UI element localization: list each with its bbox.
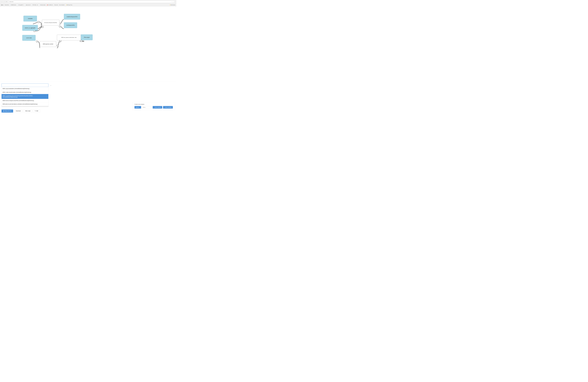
- setup-and-run-button[interactable]: ▶ Setup and run: [1, 109, 13, 113]
- bookmark-label: 📄: [25, 5, 26, 5]
- node-comm-total[interactable]: comm.total: [22, 35, 36, 41]
- bookmark-label: Tutorials • Arbor: [5, 5, 9, 5]
- svg-rect-8: [57, 45, 58, 46]
- svg-rect-7: [42, 26, 43, 28]
- bookmark-ggplot[interactable]: 📄 Index. ggplot2 2.1....: [17, 4, 24, 6]
- menu-icon[interactable]: ⋮: [172, 1, 173, 2]
- bookmark-pgls[interactable]: 📄 PGLS • Arbor - refe...: [31, 4, 39, 6]
- apps-bookmark[interactable]: Apps: [1, 4, 4, 5]
- bookmark-label: DUGSIM: Estimate...: [11, 5, 17, 5]
- bookmark-label: 📄: [32, 5, 32, 5]
- create-analysis-title: Create new analysis: [134, 104, 173, 105]
- other-bookmarks[interactable]: 📁 Other Bookmarks: [169, 4, 176, 6]
- svg-point-4: [59, 26, 61, 27]
- bookmark-label: 📄: [40, 5, 40, 5]
- bookmark-label: Index. ggplot2 2.1....: [19, 5, 24, 5]
- bookmarks-bar: Apps Tutorials • Arbor 📄 DUGSIM: Estimat…: [0, 3, 176, 6]
- download-button[interactable]: Download: [14, 109, 23, 113]
- node-inv-simpsons-plot[interactable]: InvSimpsonsPlot: [64, 22, 77, 28]
- svg-point-5: [59, 41, 61, 42]
- create-analysis-controls: Upload ... + New analysis + New workflow: [134, 106, 173, 108]
- bookmark-label: 📄: [18, 5, 19, 5]
- bookmark-label: NetID Login | Stony...: [67, 5, 73, 5]
- url-text: 52.204.9.236: [9, 1, 14, 2]
- bookmark-label: 🔑: [66, 5, 67, 5]
- hide-script-button[interactable]: Hide script: [23, 109, 32, 113]
- bookmark-label: Index of /dna/downl...: [59, 5, 65, 5]
- bookmark-label: News & Advice for...: [48, 5, 53, 5]
- workflow-search-input[interactable]: [1, 84, 48, 87]
- node-inverse-simpsons[interactable]: W.Inverse.Simpsons.BoxPlots: [42, 20, 59, 25]
- bookmark-netid[interactable]: 🔑 NetID Login | Stony...: [65, 4, 73, 6]
- address-bar[interactable]: 52.204.9.236 ☆ ⋮: [8, 1, 174, 3]
- svg-rect-11: [81, 40, 82, 42]
- dropdown-item-3[interactable]: KBW.Inverse.Simpsons.BoxPlots (KembelBio…: [1, 99, 48, 102]
- bookmark-news[interactable]: 🔴 News & Advice for...: [47, 4, 54, 6]
- dropdown-item-0[interactable]: KBW.1.phy.visualization (KembelBiodivers…: [1, 87, 48, 90]
- bookmark-biodiversity[interactable]: 📄 Biodiversity analysi...: [39, 4, 46, 6]
- name-input[interactable]: [142, 106, 152, 108]
- bookmark-resonant[interactable]: Resonant Lab: [54, 4, 58, 6]
- reload-button[interactable]: ↻: [6, 1, 7, 3]
- dropdown-chevron-icon: ⌄: [50, 84, 51, 86]
- bookmark-label: 📄: [10, 5, 11, 5]
- svg-point-2: [36, 41, 38, 42]
- star-icon[interactable]: ☆: [171, 1, 172, 2]
- dropdown-item-1[interactable]: KBW.1.traits.transformation (KembelBiodi…: [1, 90, 48, 94]
- bookmark-label: pplacer_demo.sh: [26, 5, 31, 5]
- dropdown-item-4[interactable]: KBW.add.env.and.trait.data.to.ordination…: [1, 103, 48, 106]
- dropdown-container: KBW.1.phy.visualization (KembelBiodivers…: [1, 84, 48, 113]
- node-metadata[interactable]: metadata: [23, 16, 37, 22]
- dropdown-item-2[interactable]: KBW.1.visualizing.and.summarizing.biodiv…: [1, 94, 48, 99]
- browser-chrome: ← → ↻ 52.204.9.236 ☆ ⋮ Apps Tutorials • …: [0, 0, 176, 6]
- forward-button[interactable]: →: [3, 1, 5, 3]
- node-ttest-output[interactable]: tTest.output: [81, 34, 92, 40]
- folder-icon: 📁: [170, 5, 170, 5]
- bookmark-dugsim[interactable]: 📄 DUGSIM: Estimate...: [9, 4, 17, 6]
- bookmark-label: Biodiversity analysi...: [40, 5, 46, 5]
- edit-button[interactable]: ✎ Edit: [33, 109, 40, 113]
- action-buttons: ▶ Setup and run Download Hide script ✎ E…: [1, 109, 48, 113]
- node-column-to-aggregate[interactable]: column_to_aggregate: [22, 25, 38, 31]
- apps-label: Apps: [2, 5, 3, 5]
- bookmark-label: 🔴: [47, 5, 48, 5]
- edit-icon: ✎: [35, 110, 36, 112]
- browser-titlebar: ← → ↻ 52.204.9.236 ☆ ⋮: [0, 0, 176, 3]
- new-workflow-button[interactable]: + New workflow: [163, 106, 173, 108]
- dropdown-list: KBW.1.phy.visualization (KembelBiodivers…: [1, 87, 48, 106]
- bottom-panel: KBW.1.phy.visualization (KembelBiodivers…: [0, 81, 176, 115]
- node-small-inv[interactable]: smallInvSimpsonsPlot: [64, 14, 80, 20]
- upload-button[interactable]: Upload ...: [134, 106, 141, 108]
- node-kbw-ttest[interactable]: KBW.t.test_species.number.betwe...bitat: [57, 35, 81, 41]
- back-button[interactable]: ←: [1, 1, 3, 3]
- other-bookmarks-label: Other Bookmarks: [170, 5, 175, 5]
- bookmark-index[interactable]: Index of /dna/downl...: [59, 4, 65, 6]
- apps-icon: [1, 4, 2, 5]
- workflow-canvas[interactable]: metadata column_to_aggregate comm.total …: [0, 6, 176, 81]
- main-content: metadata column_to_aggregate comm.total …: [0, 6, 176, 115]
- new-analysis-button[interactable]: + New analysis: [153, 106, 162, 108]
- bookmark-pplacer[interactable]: 📄 pplacer_demo.sh: [25, 4, 31, 6]
- browser-nav: ← → ↻: [1, 1, 7, 3]
- svg-point-0: [38, 21, 39, 23]
- node-kbw-species[interactable]: KBW.species.number: [40, 41, 56, 47]
- bookmark-label: PGLS • Arbor - refe...: [33, 5, 38, 5]
- create-analysis-panel: Create new analysis Upload ... + New ana…: [132, 102, 175, 110]
- bookmark-label: Resonant Lab: [54, 5, 58, 5]
- bookmark-tutorials[interactable]: Tutorials • Arbor: [4, 4, 9, 6]
